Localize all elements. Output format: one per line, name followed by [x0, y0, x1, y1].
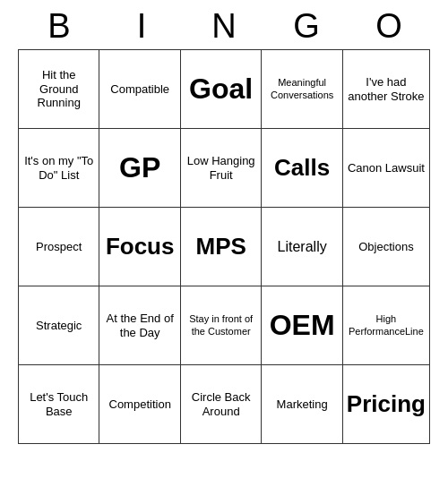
bingo-cell-5: It's on my "To Do" List [19, 129, 99, 208]
bingo-cell-3: Meaningful Conversations [262, 50, 342, 129]
bingo-grid: Hit the Ground RunningCompatibleGoalMean… [18, 49, 430, 444]
bingo-cell-22: Circle Back Around [181, 365, 262, 444]
bingo-cell-20: Let's Touch Base [19, 365, 99, 444]
bingo-cell-2: Goal [181, 50, 262, 129]
bingo-cell-16: At the End of the Day [99, 286, 180, 365]
bingo-cell-17: Stay in front of the Customer [181, 286, 262, 365]
bingo-header: B I N G O [18, 0, 430, 49]
bingo-cell-10: Prospect [19, 208, 99, 286]
bingo-cell-7: Low Hanging Fruit [181, 129, 262, 208]
bingo-cell-11: Focus [99, 208, 180, 286]
bingo-cell-1: Compatible [99, 50, 180, 129]
header-g: G [271, 7, 342, 46]
bingo-cell-18: OEM [262, 286, 342, 365]
bingo-cell-0: Hit the Ground Running [19, 50, 99, 129]
bingo-cell-13: Literally [262, 208, 342, 286]
bingo-cell-4: I've had another Stroke [343, 50, 430, 129]
bingo-cell-14: Objections [343, 208, 430, 286]
bingo-cell-6: GP [99, 129, 180, 208]
header-o: O [353, 7, 425, 46]
bingo-cell-19: High PerformanceLine [343, 286, 430, 365]
header-n: N [188, 7, 260, 46]
bingo-cell-24: Pricing [343, 365, 430, 444]
bingo-cell-21: Competition [99, 365, 180, 444]
bingo-cell-15: Strategic [19, 286, 99, 365]
header-i: I [106, 7, 177, 46]
bingo-cell-23: Marketing [262, 365, 342, 444]
bingo-cell-12: MPS [181, 208, 262, 286]
bingo-cell-8: Calls [262, 129, 342, 208]
bingo-cell-9: Canon Lawsuit [343, 129, 430, 208]
header-b: B [23, 7, 95, 46]
